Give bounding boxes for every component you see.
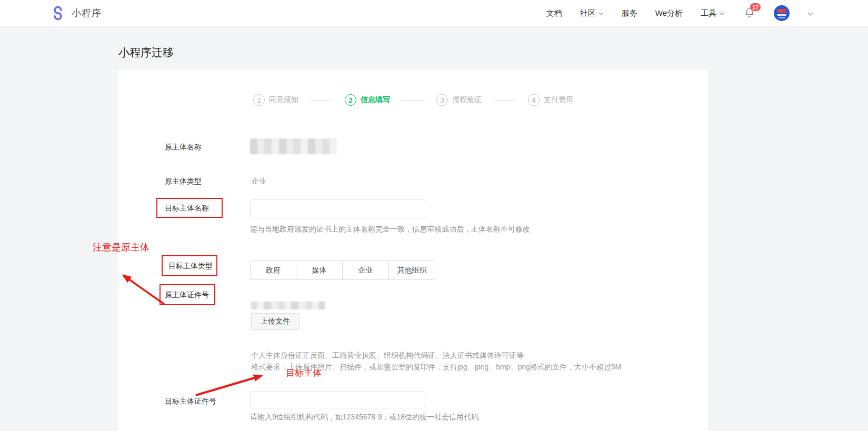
redacted-original-name-value xyxy=(250,138,337,154)
original-type-label: 原主体类型 xyxy=(165,177,202,186)
step-fill-info: 2 信息填写 xyxy=(345,94,390,106)
chevron-down-icon xyxy=(598,12,604,15)
notification-count-badge: 17 xyxy=(750,3,761,12)
original-cert-label: 原主体证件号 xyxy=(165,290,209,300)
step-pay-fee: 4 支付费用 xyxy=(528,94,573,106)
top-navigation-bar: 小程序 文档 社区 服务 We分析 工具 xyxy=(0,0,868,26)
screen: 小程序 文档 社区 服务 We分析 工具 xyxy=(0,0,868,431)
target-type-label: 目标主体类型 xyxy=(168,262,213,271)
nav-item-we-analytics[interactable]: We分析 xyxy=(655,8,683,18)
target-name-hint: 需与当地政府颁发的证书上的主体名称完全一致，信息审核成功后，主体名称不可修改 xyxy=(250,225,530,234)
step-separator xyxy=(402,100,425,101)
target-type-option-other-org[interactable]: 其他组织 xyxy=(389,260,435,280)
target-type-option-government[interactable]: 政府 xyxy=(250,260,296,280)
cert-description-line2: 格式要求：上传原件照片、扫描件，或加盖公章的复印件，支持jpg、jpeg、bmp… xyxy=(251,363,621,372)
nav-item-tools[interactable]: 工具 xyxy=(701,8,724,18)
nav-item-community[interactable]: 社区 xyxy=(580,8,604,18)
target-cert-input[interactable] xyxy=(250,391,425,408)
target-name-label: 目标主体名称 xyxy=(165,204,209,213)
account-chevron-down-icon[interactable] xyxy=(807,12,813,16)
cert-description-line1: 个人主体身份证正反面、工商营业执照、组织机构代码证、法人证书或媒体许可证等 xyxy=(251,351,524,360)
top-nav-menu: 文档 社区 服务 We分析 工具 17 xyxy=(546,0,813,26)
step-indicator: 1 同意须知 2 信息填写 3 授权验证 4 支付费用 xyxy=(118,94,708,106)
chevron-down-icon xyxy=(719,12,724,15)
brand-title: 小程序 xyxy=(72,7,102,19)
original-name-label: 原主体名称 xyxy=(165,143,202,152)
target-type-option-media[interactable]: 媒体 xyxy=(296,260,343,280)
target-type-segmented-control: 政府 媒体 企业 其他组织 xyxy=(250,260,435,280)
migration-form-card: 1 同意须知 2 信息填写 3 授权验证 4 支付费用 原主体名称 原主体类型 xyxy=(118,70,708,431)
redacted-original-cert-value xyxy=(251,302,325,309)
original-type-value: 企业 xyxy=(252,177,266,186)
step-separator xyxy=(310,100,333,101)
miniprogram-logo-icon xyxy=(50,5,66,22)
target-cert-hint: 请输入9位组织机构代码，如12345678-9；或18位的统一社会信用代码 xyxy=(250,413,478,422)
notification-bell-button[interactable]: 17 xyxy=(744,7,756,19)
avatar-text-decoration xyxy=(777,14,786,16)
step-authorize-verify: 3 授权验证 xyxy=(436,94,482,106)
target-type-option-enterprise[interactable]: 企业 xyxy=(343,260,389,280)
avatar-seal-decoration xyxy=(777,9,786,13)
nav-item-services[interactable]: 服务 xyxy=(622,8,637,18)
user-avatar[interactable] xyxy=(774,5,790,21)
target-name-input[interactable] xyxy=(250,199,425,218)
upload-file-button[interactable]: 上传文件 xyxy=(251,313,300,330)
brand-home-link[interactable]: 小程序 xyxy=(50,0,102,26)
avatar-text-decoration xyxy=(779,17,785,18)
step-separator xyxy=(493,100,516,101)
target-cert-label: 目标主体证件号 xyxy=(165,397,216,406)
page-title: 小程序迁移 xyxy=(118,45,174,60)
nav-item-docs[interactable]: 文档 xyxy=(546,8,562,18)
step-agree-notice: 1 同意须知 xyxy=(253,94,298,106)
